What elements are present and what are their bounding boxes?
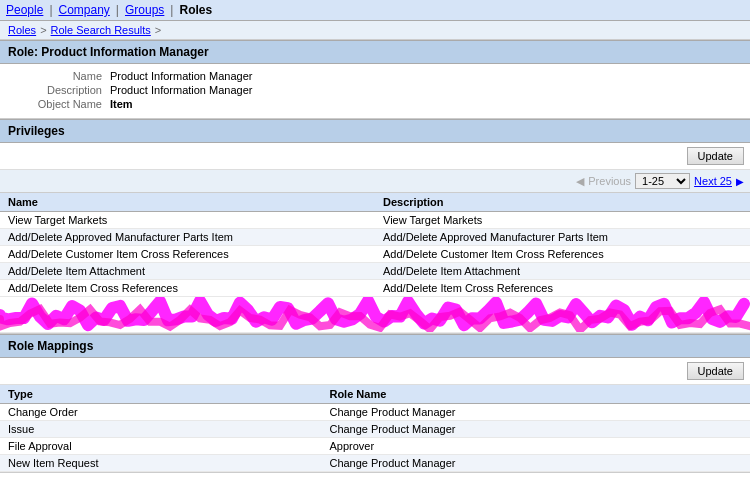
- next-arrow: ▶: [736, 176, 744, 187]
- mapping-role-name-cell: Change Product Manager: [321, 421, 750, 438]
- nav-groups[interactable]: Groups: [125, 3, 164, 17]
- role-section-header: Role: Product Information Manager: [0, 40, 750, 64]
- object-name-value: Item: [110, 98, 133, 110]
- priv-desc-cell: Add/Delete Approved Manufacturer Parts I…: [375, 229, 750, 246]
- nav-sep-1: |: [49, 3, 52, 17]
- privileges-pagination: ◀ Previous 1-25 26-50 51-75 Next 25 ▶: [0, 170, 750, 193]
- role-mappings-toolbar: Update: [0, 358, 750, 385]
- table-row: Add/Delete Item Cross ReferencesAdd/Dele…: [0, 280, 750, 297]
- priv-name-cell: View Target Markets: [0, 212, 375, 229]
- col-type: Type: [0, 385, 321, 404]
- table-row: File ApprovalApprover: [0, 438, 750, 455]
- name-label: Name: [10, 70, 110, 82]
- top-nav: People | Company | Groups | Roles: [0, 0, 750, 21]
- role-mappings-header-row: Type Role Name: [0, 385, 750, 404]
- scribble-cell: [0, 297, 750, 333]
- breadcrumb-arrow-1: >: [40, 24, 46, 36]
- privileges-table-header-row: Name Description: [0, 193, 750, 212]
- breadcrumb-roles[interactable]: Roles: [8, 24, 36, 36]
- role-mappings-update-button[interactable]: Update: [687, 362, 744, 380]
- breadcrumb-role-search-results[interactable]: Role Search Results: [51, 24, 151, 36]
- table-row: View Target MarketsView Target Markets: [0, 212, 750, 229]
- nav-sep-2: |: [116, 3, 119, 17]
- table-row: Add/Delete Customer Item Cross Reference…: [0, 246, 750, 263]
- col-description: Description: [375, 193, 750, 212]
- page-range-select[interactable]: 1-25 26-50 51-75: [635, 173, 690, 189]
- breadcrumb-arrow-2: >: [155, 24, 161, 36]
- mapping-type-cell: Issue: [0, 421, 321, 438]
- nav-company[interactable]: Company: [59, 3, 110, 17]
- prev-arrow: ◀: [576, 175, 584, 188]
- priv-name-cell: Add/Delete Customer Item Cross Reference…: [0, 246, 375, 263]
- col-role-name: Role Name: [321, 385, 750, 404]
- prev-label: Previous: [588, 175, 631, 187]
- mapping-role-name-cell: Change Product Manager: [321, 404, 750, 421]
- breadcrumb: Roles > Role Search Results >: [0, 21, 750, 40]
- role-mappings-section: Role Mappings Update Type Role Name Chan…: [0, 334, 750, 473]
- role-description-row: Description Product Information Manager: [10, 84, 740, 96]
- role-name-row: Name Product Information Manager: [10, 70, 740, 82]
- mapping-type-cell: Change Order: [0, 404, 321, 421]
- nav-sep-3: |: [170, 3, 173, 17]
- privileges-update-button[interactable]: Update: [687, 147, 744, 165]
- col-name: Name: [0, 193, 375, 212]
- priv-name-cell: Add/Delete Approved Manufacturer Parts I…: [0, 229, 375, 246]
- mapping-type-cell: File Approval: [0, 438, 321, 455]
- privileges-header: Privileges: [0, 119, 750, 143]
- table-row: Change OrderChange Product Manager: [0, 404, 750, 421]
- role-mappings-header: Role Mappings: [0, 334, 750, 358]
- nav-people[interactable]: People: [6, 3, 43, 17]
- name-value: Product Information Manager: [110, 70, 252, 82]
- mapping-type-cell: New Item Request: [0, 455, 321, 472]
- role-object-name-row: Object Name Item: [10, 98, 740, 110]
- privileges-table: Name Description View Target MarketsView…: [0, 193, 750, 333]
- table-row: Add/Delete Item AttachmentAdd/Delete Ite…: [0, 263, 750, 280]
- priv-name-cell: Add/Delete Item Cross References: [0, 280, 375, 297]
- priv-name-cell: Add/Delete Item Attachment: [0, 263, 375, 280]
- privileges-section: Privileges Update ◀ Previous 1-25 26-50 …: [0, 119, 750, 334]
- table-row: New Item RequestChange Product Manager: [0, 455, 750, 472]
- priv-desc-cell: Add/Delete Item Cross References: [375, 280, 750, 297]
- nav-roles[interactable]: Roles: [179, 3, 212, 17]
- priv-desc-cell: Add/Delete Item Attachment: [375, 263, 750, 280]
- mapping-role-name-cell: Approver: [321, 438, 750, 455]
- priv-desc-cell: View Target Markets: [375, 212, 750, 229]
- mapping-role-name-cell: Change Product Manager: [321, 455, 750, 472]
- priv-desc-cell: Add/Delete Customer Item Cross Reference…: [375, 246, 750, 263]
- role-mappings-table: Type Role Name Change OrderChange Produc…: [0, 385, 750, 472]
- description-label: Description: [10, 84, 110, 96]
- next-link[interactable]: Next 25: [694, 175, 732, 187]
- table-row: IssueChange Product Manager: [0, 421, 750, 438]
- table-row: Add/Delete Approved Manufacturer Parts I…: [0, 229, 750, 246]
- description-value: Product Information Manager: [110, 84, 252, 96]
- role-info-table: Name Product Information Manager Descrip…: [0, 64, 750, 119]
- object-name-label: Object Name: [10, 98, 110, 110]
- scribble-row: [0, 297, 750, 333]
- privileges-toolbar: Update: [0, 143, 750, 170]
